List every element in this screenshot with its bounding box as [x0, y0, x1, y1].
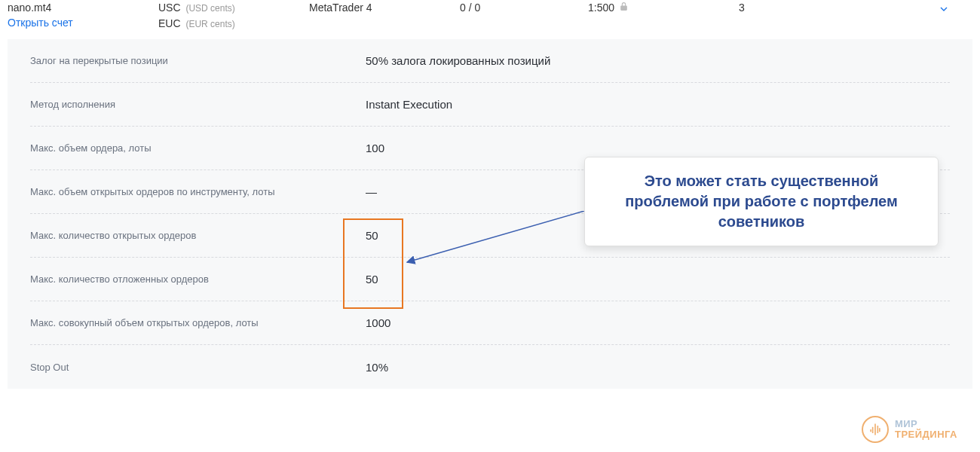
- platform-label: MetaTrader 4: [309, 0, 460, 14]
- watermark-line1: МИР: [895, 419, 957, 429]
- detail-value: 50: [366, 273, 378, 286]
- detail-label: Stop Out: [30, 362, 366, 373]
- currency-code-2: EUC: [158, 17, 181, 29]
- currency-code-1: USC: [158, 2, 181, 14]
- open-account-link[interactable]: Открыть счет: [8, 17, 73, 29]
- detail-label: Макс. объем ордера, лоты: [30, 142, 366, 154]
- detail-row: Метод исполнения Instant Execution: [30, 83, 950, 127]
- detail-row: Макс. количество отложенных ордеров 50: [30, 258, 950, 301]
- lock-icon: [619, 2, 629, 14]
- detail-row: Макс. совокупный объем открытых ордеров,…: [30, 301, 950, 345]
- detail-row: Stop Out 10%: [30, 345, 950, 389]
- detail-value: 10%: [366, 361, 388, 374]
- leverage-value: 1:500: [588, 2, 614, 14]
- spread-value: 3: [739, 0, 829, 14]
- currency-desc-2: (EUR cents): [185, 19, 234, 29]
- orders-count: 0 / 0: [460, 0, 588, 14]
- detail-value: —: [366, 185, 377, 198]
- detail-label: Залог на перекрытые позиции: [30, 55, 366, 66]
- detail-label: Макс. совокупный объем открытых ордеров,…: [30, 317, 366, 328]
- detail-label: Метод исполнения: [30, 99, 366, 110]
- account-name: nano.mt4: [8, 2, 158, 14]
- detail-label: Макс. объем открытых ордеров по инструме…: [30, 186, 366, 197]
- watermark-logo: МИР ТРЕЙДИНГА: [862, 416, 957, 443]
- detail-label: Макс. количество отложенных ордеров: [30, 273, 366, 285]
- detail-value: 50% залога локированных позиций: [366, 54, 550, 67]
- chevron-down-icon[interactable]: [938, 5, 950, 17]
- annotation-callout: Это может стать существенной проблемой п…: [584, 157, 939, 246]
- detail-value: 100: [366, 142, 384, 154]
- detail-row: Залог на перекрытые позиции 50% залога л…: [30, 39, 950, 83]
- currency-column: USC (USD cents) EUC (EUR cents): [158, 0, 309, 32]
- watermark-line2: ТРЕЙДИНГА: [895, 429, 957, 440]
- account-header-row: nano.mt4 Открыть счет USC (USD cents) EU…: [0, 0, 980, 39]
- callout-text: Это может стать существенной проблемой п…: [625, 173, 897, 230]
- currency-desc-1: (USD cents): [185, 3, 234, 14]
- detail-label: Макс. количество открытых ордеров: [30, 230, 366, 241]
- watermark-icon: [862, 416, 889, 443]
- detail-value: Instant Execution: [366, 98, 452, 111]
- detail-value: 50: [366, 229, 378, 242]
- detail-value: 1000: [366, 316, 390, 329]
